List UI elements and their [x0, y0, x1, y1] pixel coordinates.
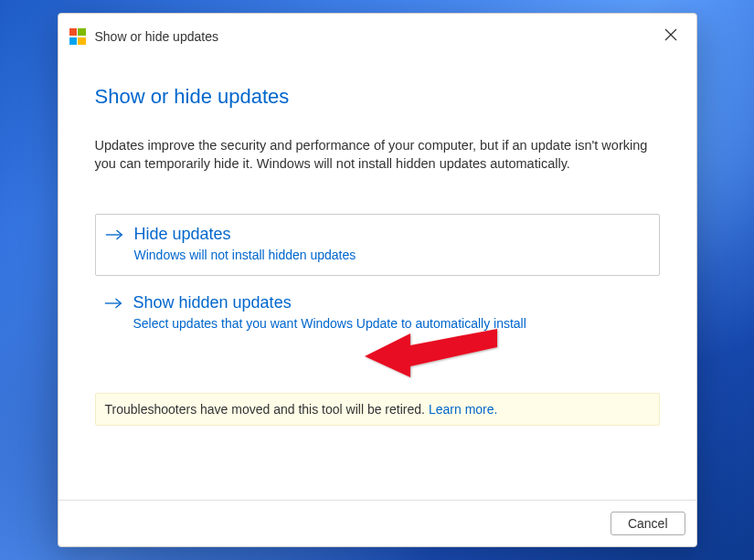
option-subtitle: Select updates that you want Windows Upd…: [133, 315, 526, 333]
dialog-content: Show or hide updates Updates improve the…: [58, 54, 696, 500]
option-title: Hide updates: [134, 224, 356, 245]
retirement-notice: Troubleshooters have moved and this tool…: [95, 393, 660, 426]
option-text: Show hidden updates Select updates that …: [133, 292, 526, 333]
option-text: Hide updates Windows will not install hi…: [134, 224, 356, 264]
learn-more-link[interactable]: Learn more.: [429, 402, 497, 417]
title-bar: Show or hide updates: [58, 14, 696, 54]
show-hide-updates-dialog: Show or hide updates Show or hide update…: [58, 13, 697, 547]
close-button[interactable]: [653, 23, 689, 50]
arrow-right-icon: [104, 297, 122, 310]
close-icon: [664, 28, 677, 45]
title-bar-left: Show or hide updates: [69, 28, 218, 45]
option-subtitle: Windows will not install hidden updates: [134, 247, 356, 264]
dialog-footer: Cancel: [58, 500, 696, 546]
option-hide-updates[interactable]: Hide updates Windows will not install hi…: [95, 214, 660, 276]
page-description: Updates improve the security and perform…: [95, 136, 660, 174]
option-show-hidden-updates[interactable]: Show hidden updates Select updates that …: [95, 283, 660, 343]
notice-text: Troubleshooters have moved and this tool…: [105, 402, 425, 417]
option-title: Show hidden updates: [133, 292, 526, 313]
microsoft-logo-icon: [69, 28, 86, 45]
arrow-right-icon: [105, 228, 123, 241]
window-title: Show or hide updates: [95, 29, 218, 44]
cancel-button[interactable]: Cancel: [611, 512, 685, 535]
page-heading: Show or hide updates: [95, 85, 660, 109]
